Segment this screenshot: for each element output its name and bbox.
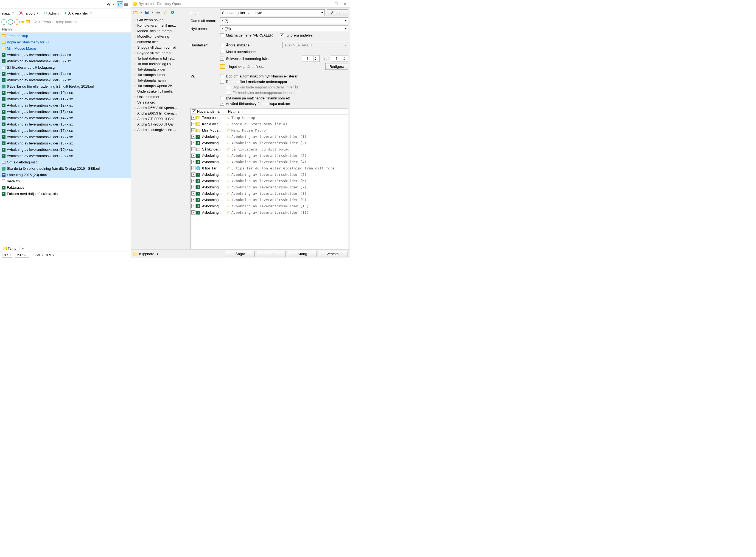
file-row[interactable]: XAvbokning av leverantörsskulder (20).xl… bbox=[0, 153, 131, 159]
star-icon[interactable]: ☆ bbox=[133, 67, 136, 71]
star-icon[interactable]: ☆ bbox=[133, 84, 136, 88]
preview-row[interactable]: Så likvider...🏷Så likviderar du ditt bol… bbox=[191, 146, 348, 152]
preset-item[interactable]: ☆Gör webb-säker bbox=[133, 17, 189, 23]
title-bar[interactable]: Byt namn - Directory Opus ─ ☐ ✕ bbox=[131, 0, 350, 8]
delete-button[interactable]: ✖Ta bort▼ bbox=[18, 10, 40, 16]
admin-button[interactable]: 🛡Admin bbox=[42, 10, 60, 16]
preview-row[interactable]: XAvbokning...🏷Avbokning av leverantörssk… bbox=[191, 178, 348, 184]
preview-row[interactable]: XAvbokning...🏷Avbokning av leverantörssk… bbox=[191, 184, 348, 190]
favorite-icon[interactable]: ★ bbox=[21, 19, 25, 24]
star-icon[interactable]: ☆ bbox=[133, 34, 136, 38]
star-icon[interactable]: ☆ bbox=[133, 73, 136, 77]
preview-row[interactable]: Temp bac...🏷Temp backup bbox=[191, 115, 348, 121]
star-icon[interactable]: ☆ bbox=[133, 45, 136, 50]
bc-temp[interactable]: Temp bbox=[41, 19, 52, 24]
view-details-icon[interactable] bbox=[123, 1, 129, 7]
bc-c[interactable]: C: bbox=[33, 19, 38, 24]
preview-row[interactable]: Mini Mous...🏷Mini Mouse Macro bbox=[191, 127, 348, 134]
file-row[interactable]: XAvbokning av leverantörsskulder (13).xl… bbox=[0, 109, 131, 115]
row-checkbox[interactable] bbox=[191, 173, 195, 177]
star-icon[interactable]: ☆ bbox=[133, 56, 136, 60]
preset-item[interactable]: ☆Ändra i tidsangivelsen ... bbox=[133, 127, 189, 133]
preset-item[interactable]: ☆Ta bort mellanslag i sl... bbox=[133, 61, 189, 66]
auto-rename-checkbox[interactable]: Döp om automatiskt om nytt filnamn exist… bbox=[220, 74, 297, 78]
preset-item[interactable]: ☆Ändra GT-I9000 till Gal... bbox=[133, 116, 189, 121]
star-icon[interactable]: ☆ bbox=[133, 40, 136, 44]
ignore-ext-checkbox[interactable]: Ignorera ändelser bbox=[280, 33, 314, 37]
preset-item[interactable]: ☆Tid-stämpla bilder bbox=[133, 66, 189, 72]
file-row[interactable]: Ska du ta lön eller utdelning från ditt … bbox=[0, 165, 131, 172]
row-checkbox[interactable] bbox=[191, 179, 195, 183]
file-row[interactable]: XAvbokning av leverantörsskulder (19).xl… bbox=[0, 146, 131, 153]
star-icon[interactable]: ☆ bbox=[133, 23, 136, 27]
macro-checkbox[interactable]: Macro operationer: bbox=[220, 50, 256, 54]
file-row[interactable]: XFaktura med dröjsmålsränta .xls bbox=[0, 190, 131, 197]
star-icon[interactable]: ☆ bbox=[133, 89, 136, 93]
row-checkbox[interactable] bbox=[191, 166, 195, 170]
row-checkbox[interactable] bbox=[191, 128, 195, 133]
preset-item[interactable]: ☆Tid-stämpla namn bbox=[133, 78, 189, 83]
row-checkbox[interactable] bbox=[191, 141, 195, 145]
preset-item[interactable]: ☆Modellkomplettering bbox=[133, 33, 189, 39]
change-case-checkbox[interactable]: Ändra skiftläge: bbox=[220, 43, 251, 47]
preview-row[interactable]: Kopia av S...🏷Kopia av Start-meny för X1 bbox=[191, 121, 348, 127]
view-list-icon[interactable] bbox=[117, 1, 123, 7]
preview-row[interactable]: XAvbokning...🏷Avbokning av leverantörssk… bbox=[191, 209, 348, 215]
preview-row[interactable]: XAvbokning...🏷Avbokning av leverantörssk… bbox=[191, 197, 348, 203]
star-icon[interactable]: ☆ bbox=[133, 111, 136, 115]
file-row[interactable]: Kopia av Start-meny för X1 bbox=[0, 39, 131, 45]
file-row[interactable]: XAvbokning av leverantörsskulder (14).xl… bbox=[0, 115, 131, 121]
row-checkbox[interactable] bbox=[191, 122, 195, 126]
file-row[interactable]: 6 tips Tar du lön eller utdelning från d… bbox=[0, 83, 131, 90]
row-checkbox[interactable] bbox=[191, 153, 195, 158]
star-icon[interactable]: ☆ bbox=[133, 122, 136, 126]
preset-item[interactable]: ☆Understruken till mella... bbox=[133, 88, 189, 94]
file-row[interactable]: Mini Mouse Macro bbox=[0, 45, 131, 52]
star-icon[interactable]: ☆ bbox=[133, 128, 136, 132]
row-checkbox[interactable] bbox=[191, 116, 195, 120]
star-icon[interactable]: ☆ bbox=[133, 95, 136, 99]
preset-item[interactable]: ☆Snygga till mts-namn bbox=[133, 50, 189, 56]
star-icon[interactable]: ☆ bbox=[133, 78, 136, 82]
seq-start-input[interactable]: ▲▼ bbox=[302, 55, 319, 62]
row-checkbox[interactable] bbox=[191, 192, 195, 196]
file-row[interactable]: XAvbokning av leverantörsskulder (11).xl… bbox=[0, 96, 131, 102]
seq-checkbox[interactable]: Sekvensiell numrering från: bbox=[220, 57, 269, 61]
row-checkbox[interactable] bbox=[191, 135, 195, 139]
preset-item[interactable]: ☆Ändra D6603 till Xperia... bbox=[133, 105, 189, 110]
row-checkbox[interactable] bbox=[191, 204, 195, 208]
preview-row[interactable]: XAvbokning...🏷Avbokning av leverantörssk… bbox=[191, 190, 348, 197]
preview-row[interactable]: XAvbokning...🏷Avbokning av leverantörssk… bbox=[191, 159, 348, 165]
mode-combo[interactable]: Standard joker-namnbyte▾ bbox=[220, 9, 325, 16]
new-name-input[interactable]: * ([#])▾ bbox=[220, 25, 348, 32]
close-icon[interactable]: ✕ bbox=[343, 2, 347, 6]
star-icon[interactable]: ☆ bbox=[133, 51, 136, 55]
dropdown-icon[interactable]: ▼ bbox=[151, 11, 154, 14]
file-row[interactable]: XAvbokning av leverantörsskulder (15).xl… bbox=[0, 121, 131, 127]
napp-button[interactable]: napp▼ bbox=[1, 10, 15, 16]
refresh-icon[interactable]: ⟳ bbox=[170, 9, 176, 16]
row-checkbox[interactable] bbox=[191, 160, 195, 164]
file-row[interactable]: XAvbokning av leverantörsskulder (5).xls… bbox=[0, 58, 131, 64]
preset-item[interactable]: ☆Komplettera mts-fil me... bbox=[133, 23, 189, 28]
file-row[interactable]: XAvbokning av leverantörsskulder (4).xls… bbox=[0, 52, 131, 58]
file-row[interactable]: XAvbokning av leverantörsskulder (7).xls… bbox=[0, 70, 131, 77]
view-menu[interactable]: Vy▼ bbox=[105, 1, 116, 7]
file-row[interactable]: XAvbokning av leverantörsskulder (8).xls… bbox=[0, 77, 131, 83]
ok-button[interactable]: OK bbox=[257, 251, 286, 257]
file-list[interactable]: Temp backupKopia av Start-meny för X1Min… bbox=[0, 33, 131, 245]
preview-row[interactable]: XAvbokning...🏷Avbokning av leverantörssk… bbox=[191, 140, 348, 146]
row-checkbox[interactable] bbox=[191, 198, 195, 202]
nav-up-icon[interactable]: ↑ bbox=[14, 19, 20, 25]
tag-icon[interactable]: 🏷 bbox=[162, 9, 168, 16]
match-one-checkbox[interactable]: Byt namn på matchande filnamn som ett bbox=[220, 96, 290, 100]
file-row[interactable]: XAvbokning av leverantörsskulder (18).xl… bbox=[0, 140, 131, 146]
file-row[interactable]: Temp backup bbox=[0, 33, 131, 39]
preset-item[interactable]: ☆Unikt nummer bbox=[133, 94, 189, 99]
preview-row[interactable]: XAvbokning...🏷Avbokning av leverantörssk… bbox=[191, 152, 348, 159]
preview-body[interactable]: Temp bac...🏷Temp backupKopia av S...🏷Kop… bbox=[191, 115, 348, 249]
open-icon[interactable] bbox=[133, 9, 138, 16]
file-row[interactable]: XFaktura.xls bbox=[0, 184, 131, 190]
preview-row[interactable]: XAvbokning...🏷Avbokning av leverantörssk… bbox=[191, 171, 348, 178]
print-icon[interactable] bbox=[155, 9, 161, 16]
